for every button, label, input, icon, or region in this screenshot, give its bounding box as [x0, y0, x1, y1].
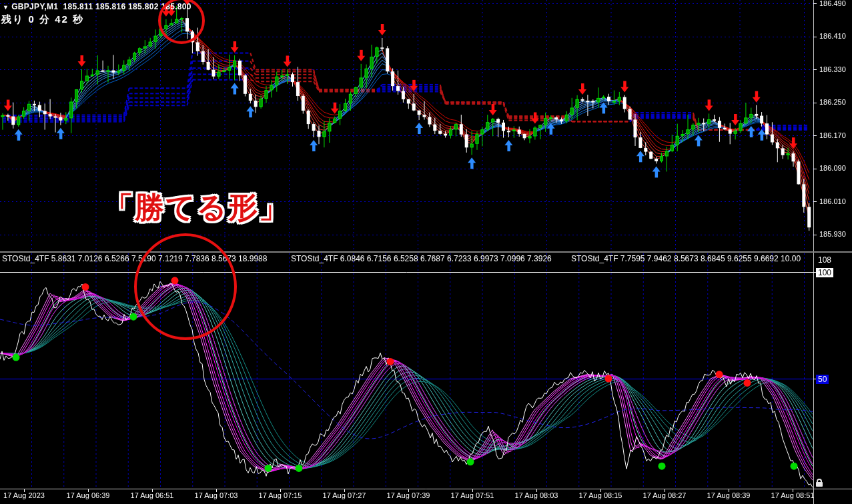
time-tick-label: 17 Aug 2023	[3, 491, 45, 499]
time-tick-label: 17 Aug 07:15	[259, 491, 302, 499]
price-tick-label: 186.410	[819, 32, 846, 40]
price-tick-label: 186.250	[819, 98, 846, 106]
price-tick-label: 186.090	[819, 164, 846, 172]
red-circle-annotation	[134, 233, 237, 340]
chart-canvas[interactable]	[0, 0, 852, 504]
time-tick-label: 17 Aug 07:51	[451, 491, 494, 499]
indicator-header-group-3: STOStd_4TF 7.7595 7.9462 8.5673 8.6845 9…	[571, 254, 801, 263]
time-tick-label: 17 Aug 08:03	[515, 491, 558, 499]
price-tick-label: 186.330	[819, 65, 846, 73]
time-tick-label: 17 Aug 08:27	[643, 491, 687, 499]
indicator-header-group-2: STOStd_4TF 6.0846 6.7156 6.5258 6.7687 6…	[291, 254, 552, 263]
time-tick-label: 17 Aug 06:39	[67, 491, 110, 499]
price-tick-label: 185.930	[819, 230, 846, 238]
time-tick-label: 17 Aug 08:39	[707, 491, 751, 499]
price-tick-label: 186.010	[819, 197, 846, 205]
time-tick-label: 17 Aug 08:51	[771, 491, 815, 499]
price-tick-label: 186.170	[819, 131, 846, 139]
winning-shape-annotation: 「勝てる形」	[104, 188, 290, 227]
scale-lock-icon[interactable]	[816, 482, 823, 487]
time-tick-label: 17 Aug 07:03	[195, 491, 238, 499]
symbol-period-label: GBPJPY,M1	[11, 2, 58, 11]
mt4-chart-window: ▼GBPJPY,M1 185.811 185.816 185.802 185.8…	[0, 0, 852, 504]
indicator-level-50-chip: 50	[816, 375, 829, 384]
candle-countdown-timer: 残り 0 分 42 秒	[1, 13, 84, 26]
time-tick-label: 17 Aug 07:27	[323, 491, 366, 499]
time-tick-label: 17 Aug 08:15	[579, 491, 622, 499]
time-tick-label: 17 Aug 07:39	[387, 491, 430, 499]
price-tick-label: 186.490	[819, 0, 846, 7]
indicator-level-100-chip: 100	[816, 268, 833, 277]
symbol-dropdown-icon[interactable]: ▼	[3, 4, 9, 11]
indicator-scale-max: 108	[818, 255, 831, 265]
time-tick-label: 17 Aug 06:51	[131, 491, 174, 499]
